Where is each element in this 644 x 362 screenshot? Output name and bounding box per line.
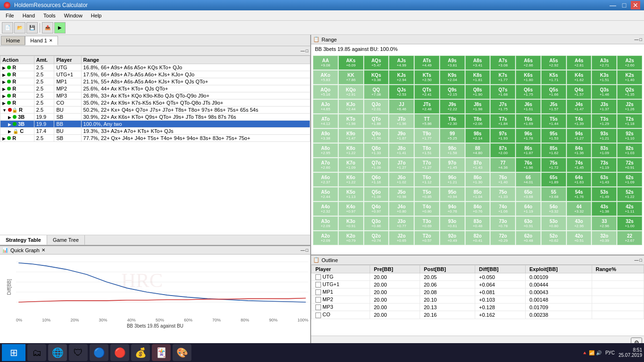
hand-cell[interactable]: J4o+0.80 (389, 202, 414, 216)
hand-cell[interactable]: QTo+1.88 (364, 114, 389, 128)
hand-cell[interactable]: AJo+4.65 (313, 99, 338, 114)
hand-cell[interactable]: T8s+2.06 (465, 114, 490, 128)
hand-cell[interactable]: 72o+0.29 (490, 231, 515, 245)
hand-cell[interactable]: 93o+0.61 (440, 216, 465, 230)
table-row[interactable]: ▶ R 2.5 SB 77.7%, 22+ Qx+ J4s+ J4o+ T5s+… (0, 135, 310, 142)
hand-cell[interactable]: K5s+1.71 (541, 70, 566, 84)
hand-cell[interactable]: Q7o+1.09 (364, 158, 389, 172)
hand-cell[interactable]: Q9s+2.15 (440, 85, 465, 99)
hand-cell[interactable]: J4s+1.47 (567, 99, 592, 114)
hand-cell[interactable]: Q4o+0.97 (364, 202, 389, 216)
hand-cell[interactable]: KJs+2.94 (389, 70, 414, 84)
hand-cell[interactable]: 33+2.96 (592, 216, 617, 230)
hand-cell[interactable]: Q2s+1.35 (617, 85, 642, 99)
hand-cell[interactable]: JTs+2.48 (414, 99, 439, 114)
hand-cell[interactable]: K4s+1.62 (567, 70, 592, 84)
hand-cell[interactable]: 75o+1.33 (490, 187, 515, 201)
table-row[interactable]: ▶ R 2.5 CO 35.0%, 22+ Ax K9s+ K7s-K5s K5… (0, 99, 310, 107)
table-row[interactable]: ▶ R 2.5 UTG+1 17.5%, 66+ A9s+ A7s-A5s A6… (0, 71, 310, 78)
btab-strategy[interactable]: Strategy Table (0, 235, 47, 245)
hand-cell[interactable]: Q4s+1.57 (567, 85, 592, 99)
hand-cell[interactable]: AQs+5.47 (364, 56, 389, 70)
outline-table[interactable]: Player Pre[BB] Post[BB] Diff[BB] Exploit… (311, 265, 644, 336)
hand-cell[interactable]: T3s+1.29 (592, 114, 617, 128)
hand-cell[interactable]: 87s+2.00 (490, 143, 515, 157)
hand-cell[interactable]: Q7s+1.68 (490, 85, 515, 99)
hand-cell[interactable]: K7o+1.09 (339, 158, 363, 172)
range-grid[interactable]: AA+9.08AKs+6.09AQs+5.47AJs+4.99ATs+4.49A… (311, 54, 644, 245)
hand-cell[interactable]: A3s+2.71 (592, 56, 617, 70)
hand-cell[interactable]: 53s+1.49 (592, 187, 617, 201)
hand-cell[interactable]: J5o+0.98 (389, 187, 414, 201)
hand-cell[interactable]: QQ+7.08 (364, 85, 389, 99)
list-item[interactable]: MP2 20.00 20.10 +0.103 0.00148 (312, 296, 644, 304)
hand-cell[interactable]: 54o+3.32 (541, 202, 566, 216)
tab-hand1[interactable]: Hand 1 ✕ (25, 36, 58, 45)
hand-cell[interactable]: J9o+1.67 (389, 129, 414, 143)
hand-cell[interactable]: 52o+0.62 (541, 231, 566, 245)
hand-cell[interactable]: J7s+1.75 (490, 99, 515, 114)
hand-cell[interactable]: 86s+1.87 (516, 143, 541, 157)
list-item[interactable]: CO 20.00 20.16 +0.162 0.00238 (312, 311, 644, 319)
play-button[interactable]: ▶ (54, 22, 66, 33)
hand-cell[interactable]: 73o+0.78 (490, 216, 515, 230)
hand-cell[interactable]: 32o+0.39 (592, 231, 617, 245)
close-button[interactable]: ✕ (631, 1, 640, 9)
hand-cell[interactable]: KJo+2.44 (339, 99, 363, 114)
player-checkbox[interactable] (315, 274, 321, 280)
hand-cell[interactable]: 87o+1.43 (465, 158, 490, 172)
hand-cell[interactable]: J9s+2.22 (440, 99, 465, 114)
hand-cell[interactable]: 64s+1.63 (567, 173, 592, 187)
hand-cell[interactable]: A9s+3.81 (440, 56, 465, 70)
hand-cell[interactable]: A9o+3.38 (313, 129, 338, 143)
save-button[interactable]: 💾 (26, 22, 38, 33)
hand-cell[interactable]: 96o+1.21 (440, 173, 465, 187)
hand-cell[interactable]: T2o+0.57 (414, 231, 439, 245)
hand-cell[interactable]: 93s+1.21 (592, 129, 617, 143)
qg-maximize[interactable]: □ (306, 248, 308, 253)
table-row[interactable]: ▶ 🔒 C 17.4 BU 19.3%, 33+ A2s+ A7o+ KTs+ … (0, 128, 310, 135)
hand-cell[interactable]: 63s+1.43 (592, 173, 617, 187)
hand-cell[interactable]: 92o+0.49 (440, 231, 465, 245)
outline-minimize[interactable]: — (635, 258, 639, 263)
hand-cell[interactable]: J2o+0.65 (389, 231, 414, 245)
hand-cell[interactable]: T5o+0.85 (414, 187, 439, 201)
strategy-table[interactable]: Action Amt. Player Range ▶ R 2.5 UTG 16.… (0, 56, 310, 235)
new-button[interactable]: 📄 (2, 22, 13, 33)
hand-cell[interactable]: KTs+2.50 (414, 70, 439, 84)
hand-cell[interactable]: Q6s+1.75 (516, 85, 541, 99)
hand-cell[interactable]: J5s+1.57 (541, 99, 566, 114)
hand-cell[interactable]: A8s+3.41 (465, 56, 490, 70)
range-minimize[interactable]: — (635, 37, 639, 42)
hand-cell[interactable]: KQo+2.91 (339, 85, 363, 99)
player-checkbox[interactable] (315, 289, 321, 295)
hand-cell[interactable]: AJs+4.99 (389, 56, 414, 70)
hand-cell[interactable]: T4o+0.80 (414, 202, 439, 216)
hand-cell[interactable]: 72s+0.91 (617, 158, 642, 172)
hand-cell[interactable]: K6s+1.80 (516, 70, 541, 84)
hand-cell[interactable]: J8s+1.98 (465, 99, 490, 114)
hand-cell[interactable]: 64o+1.19 (516, 202, 541, 216)
hand-cell[interactable]: T7s+1.84 (490, 114, 515, 128)
hand-cell[interactable]: 62s+1.09 (617, 173, 642, 187)
hand-cell[interactable]: 63o+0.91 (516, 216, 541, 230)
hand-cell[interactable]: 76o+1.40 (490, 173, 515, 187)
quick-graph-close[interactable]: ✕ (41, 247, 45, 253)
hand-cell[interactable]: AA+9.08 (313, 56, 338, 70)
table-row[interactable]: ▶ R 2.5 MP3 26.8%, 33+ Ax KTs+ KQo K9o-K… (0, 92, 310, 99)
tab-home[interactable]: Home (1, 36, 25, 45)
hand-cell[interactable]: ATo+4.12 (313, 114, 338, 128)
open-button[interactable]: 📂 (14, 22, 25, 33)
hand-cell[interactable]: 44+3.32 (567, 202, 592, 216)
hand-cell[interactable]: A7s+3.08 (490, 56, 515, 70)
hand-cell[interactable]: 66+4.01 (516, 173, 541, 187)
hand-cell[interactable]: 74s+1.45 (567, 158, 592, 172)
hand-cell[interactable]: Q9o+1.59 (364, 129, 389, 143)
hand-cell[interactable]: 54s+1.76 (567, 187, 592, 201)
hand-cell[interactable]: QJo+2.01 (364, 99, 389, 114)
hand-cell[interactable]: 42s+1.11 (617, 202, 642, 216)
hand-cell[interactable]: KTo+1.98 (339, 114, 363, 128)
hand-cell[interactable]: Q8s+1.90 (465, 85, 490, 99)
hand-cell[interactable]: A5o+2.44 (313, 187, 338, 201)
hand-cell[interactable]: 92s+1.10 (617, 129, 642, 143)
